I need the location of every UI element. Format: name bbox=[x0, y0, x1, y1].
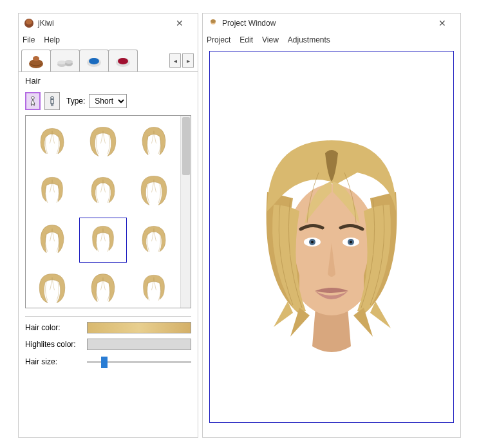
slider-thumb[interactable] bbox=[101, 357, 108, 368]
tab-hair[interactable] bbox=[21, 50, 51, 71]
app-icon bbox=[24, 18, 34, 28]
hair-thumb-hair-07[interactable] bbox=[28, 218, 77, 263]
hair-icon bbox=[86, 272, 120, 306]
tabs-scroll-left[interactable]: ◂ bbox=[169, 53, 181, 68]
project-icon bbox=[208, 18, 218, 28]
gender-female-button[interactable] bbox=[25, 92, 41, 110]
tab-foundation[interactable] bbox=[50, 50, 80, 71]
project-window: Project Window ✕ Project Edit View Adjus… bbox=[202, 13, 461, 438]
tools-menubar: File Help bbox=[19, 33, 198, 47]
hair-thumb-hair-02[interactable] bbox=[79, 120, 127, 165]
hair-bun-icon bbox=[26, 53, 46, 69]
svg-point-26 bbox=[350, 241, 352, 243]
jars-icon bbox=[55, 53, 75, 69]
svg-point-11 bbox=[118, 58, 128, 64]
hair-thumb-hair-03[interactable] bbox=[129, 120, 178, 165]
hair-thumb-hair-10[interactable] bbox=[28, 266, 77, 308]
menu-project[interactable]: Project bbox=[207, 35, 230, 44]
hair-color-swatch[interactable] bbox=[87, 322, 191, 333]
project-titlebar: Project Window ✕ bbox=[203, 14, 460, 33]
hair-thumb-hair-05[interactable] bbox=[79, 169, 127, 214]
gallery-scrollbar[interactable] bbox=[180, 116, 191, 308]
highlights-color-label: Highlites color: bbox=[25, 340, 83, 349]
hair-size-slider[interactable] bbox=[87, 355, 191, 368]
menu-help[interactable]: Help bbox=[44, 35, 60, 44]
hair-icon bbox=[86, 174, 120, 209]
tools-title: jKiwi bbox=[38, 19, 167, 28]
tab-eyeshadow[interactable] bbox=[79, 50, 109, 71]
type-label: Type: bbox=[66, 97, 85, 106]
close-button[interactable]: ✕ bbox=[167, 14, 193, 32]
hair-icon bbox=[86, 125, 120, 160]
svg-point-23 bbox=[311, 241, 314, 243]
project-canvas[interactable] bbox=[209, 51, 454, 423]
svg-point-5 bbox=[57, 61, 66, 64]
hair-thumb-hair-11[interactable] bbox=[79, 266, 127, 308]
hair-icon bbox=[35, 174, 70, 209]
tabs-scroll-right[interactable]: ▸ bbox=[182, 53, 194, 68]
tab-lipstick[interactable] bbox=[108, 50, 138, 71]
svg-point-9 bbox=[89, 58, 99, 64]
hair-size-label: Hair size: bbox=[25, 357, 83, 366]
section-label: Hair bbox=[19, 72, 198, 91]
menu-adjustments[interactable]: Adjustments bbox=[288, 35, 330, 44]
project-title: Project Window bbox=[222, 19, 429, 28]
gender-male-button[interactable] bbox=[44, 92, 60, 110]
hair-icon bbox=[35, 272, 70, 306]
menu-file[interactable]: File bbox=[23, 35, 35, 44]
svg-rect-16 bbox=[51, 99, 53, 104]
compact-red-icon bbox=[113, 53, 133, 69]
tools-titlebar: jKiwi ✕ bbox=[19, 14, 198, 33]
hair-thumb-hair-09[interactable] bbox=[129, 218, 178, 263]
model-portrait bbox=[229, 115, 435, 359]
female-icon bbox=[29, 95, 37, 107]
male-icon bbox=[48, 95, 56, 107]
tools-window: jKiwi ✕ File Help bbox=[18, 13, 198, 438]
hair-thumb-hair-01[interactable] bbox=[28, 120, 77, 165]
hair-thumb-hair-06[interactable] bbox=[129, 169, 178, 214]
svg-point-1 bbox=[26, 19, 32, 24]
hair-gallery bbox=[25, 115, 191, 308]
svg-point-3 bbox=[33, 56, 39, 61]
menu-view[interactable]: View bbox=[262, 35, 279, 44]
scrollbar-thumb[interactable] bbox=[182, 117, 190, 175]
hair-thumb-hair-08[interactable] bbox=[79, 218, 127, 263]
hair-thumb-hair-12[interactable] bbox=[129, 266, 178, 308]
type-select[interactable]: Short bbox=[89, 94, 127, 108]
svg-point-7 bbox=[65, 60, 73, 64]
hair-icon bbox=[35, 125, 70, 160]
hair-thumb-hair-04[interactable] bbox=[28, 169, 77, 214]
menu-edit[interactable]: Edit bbox=[240, 35, 253, 44]
project-menubar: Project Edit View Adjustments bbox=[203, 33, 460, 47]
highlights-color-swatch[interactable] bbox=[87, 339, 191, 350]
project-close-button[interactable]: ✕ bbox=[429, 14, 455, 32]
hair-icon bbox=[35, 223, 70, 257]
hair-icon bbox=[136, 223, 171, 257]
hair-color-label: Hair color: bbox=[25, 323, 83, 332]
hair-icon bbox=[136, 125, 171, 160]
hair-icon bbox=[136, 272, 171, 306]
hair-controls: Type: Short bbox=[19, 91, 198, 115]
category-tabs: ◂ ▸ bbox=[19, 47, 198, 72]
hair-icon bbox=[136, 174, 171, 209]
compact-blue-icon bbox=[84, 53, 104, 69]
hair-icon bbox=[86, 223, 120, 257]
